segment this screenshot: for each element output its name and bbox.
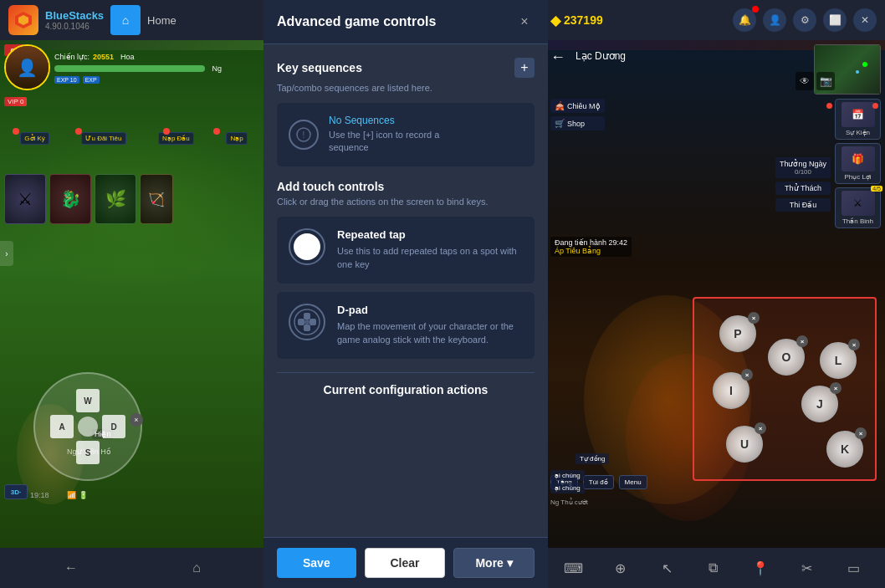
dpad-card[interactable]: D-pad Map the movement of your character… (277, 292, 535, 359)
key-k-close[interactable]: × (855, 427, 867, 439)
scissors-icon-btn[interactable]: ✂ (793, 555, 820, 581)
bluestacks-title-area: BlueStacks 4.90.0.1046 (45, 9, 104, 31)
home-icon-btn[interactable]: ⌂ (183, 555, 210, 581)
add-touch-controls-desc: Click or drag the actions on the screen … (277, 197, 535, 207)
home-label: Home (147, 14, 176, 27)
key-sequences-title: Key sequences (277, 61, 362, 74)
coins-display: ◆ 237199 (550, 13, 603, 28)
character-row: ⚔ 🐉 🌿 🏹 (4, 174, 173, 224)
coins-value: 237199 (564, 13, 603, 27)
dpad-left[interactable]: A (50, 415, 74, 438)
key-overlay-container: P × O × L × I × J × U × K × (693, 297, 877, 481)
save-button[interactable]: Save (277, 548, 356, 578)
more-button[interactable]: More ▾ (453, 548, 535, 578)
dpad-control[interactable]: W S A D (33, 372, 142, 481)
dpad-right[interactable]: D (102, 415, 125, 438)
shop-btn[interactable]: 🛒 Shop (550, 116, 605, 130)
tui-do-btn[interactable]: Tùi đồ (583, 475, 614, 489)
goi-ky-btn[interactable]: Gởi Ký (20, 132, 49, 145)
dpad-close-btn[interactable]: × (130, 413, 143, 427)
more-label: More (475, 556, 503, 570)
topbar-icon-group: 🔔 👤 ⚙ ⬜ ✕ (733, 8, 877, 32)
thu-thach-btn[interactable]: Thử Thách (775, 182, 831, 195)
dpad-down[interactable]: S (76, 441, 100, 464)
key-p[interactable]: P × (719, 315, 756, 352)
key-u-close[interactable]: × (755, 422, 766, 434)
keyboard-icon-btn[interactable]: ⌨ (560, 555, 587, 581)
key-p-close[interactable]: × (748, 312, 760, 324)
dai-chung-label-2: ại chúng (555, 484, 581, 492)
dpad-title: D-pad (337, 304, 523, 316)
no-sequences-hint: Use the [+] icon to record asequence (329, 129, 439, 155)
key-o-close[interactable]: × (796, 335, 808, 347)
clear-button[interactable]: Clear (365, 548, 446, 578)
nap-btn[interactable]: Nạp (226, 132, 247, 145)
chieu-mo-btn[interactable]: 🎪 Chiêu Mộ (550, 99, 605, 113)
copy-icon-btn[interactable]: ⧉ (700, 555, 727, 581)
dpad-card-icon (289, 304, 325, 340)
dpad-up[interactable]: W (76, 389, 100, 412)
crosshair-icon-btn[interactable]: ⊕ (607, 555, 634, 581)
game-action-buttons: Gởi Ký Ưu Đãi Tiêu Nạp Đầu Nạp (4, 132, 263, 145)
dialog-footer: Save Clear More ▾ (263, 537, 548, 588)
back-arrow-btn[interactable]: ← (550, 49, 565, 66)
repeated-tap-card[interactable]: Repeated tap Use this to add repeated ta… (277, 217, 535, 284)
dpad-icon-svg (293, 308, 321, 336)
hoa-label: Hoa (120, 53, 135, 61)
side-arrow[interactable]: › (0, 241, 13, 266)
shop-label: Shop (567, 120, 585, 128)
key-l-close[interactable]: × (848, 339, 860, 350)
close-btn[interactable]: ✕ (853, 8, 877, 32)
key-l[interactable]: L × (820, 342, 857, 379)
nap-dau-btn[interactable]: Nạp Đầu (158, 132, 194, 145)
key-j[interactable]: J × (801, 386, 838, 422)
repeated-tap-desc: Use this to add repeated taps on a spot … (337, 244, 523, 272)
notification-btn[interactable]: 🔔 (733, 8, 756, 32)
dialog-close-btn[interactable]: × (514, 12, 535, 32)
menu-btn[interactable]: Menu (619, 475, 647, 489)
game-notif-1 (826, 103, 832, 109)
game-ui-left: 61 👤 Chiến lực: 20551 Hoa Ng EXP 10 EXP … (0, 40, 268, 548)
home-button[interactable]: ⌂ (110, 5, 141, 35)
location-icon-btn[interactable]: 📍 (747, 555, 774, 581)
key-k[interactable]: K × (826, 431, 863, 468)
thi-dau-btn[interactable]: Thi Đấu (775, 198, 831, 212)
eye-toggle-btn[interactable]: 👁 (795, 72, 814, 90)
camera-btn[interactable]: 📷 (816, 72, 835, 90)
game-notif-2 (872, 103, 878, 109)
key-sequences-add-btn[interactable]: + (514, 58, 535, 78)
dpad-card-text-area: D-pad Map the movement of your character… (337, 304, 523, 347)
bluestacks-topbar: BlueStacks 4.90.0.1046 ⌂ Home (0, 0, 268, 40)
than-binh-btn[interactable]: ⚔ Thần Binh 4/5 (835, 187, 881, 228)
maximize-btn[interactable]: ⬜ (823, 8, 847, 32)
key-o[interactable]: O × (768, 339, 805, 376)
than-binh-count: 4/5 (871, 186, 882, 192)
back-icon-btn[interactable]: ← (58, 555, 84, 581)
dai-chung-1: ại chúng (550, 470, 585, 481)
advanced-game-controls-dialog: Advanced game controls × Key sequences +… (263, 0, 548, 588)
key-j-close[interactable]: × (830, 382, 842, 394)
su-kien-icon: 📅 (842, 102, 875, 127)
tu-dong-area: Tự đồng (576, 453, 609, 464)
no-seq-text-area: No Sequences Use the [+] icon to record … (329, 115, 439, 155)
key-i[interactable]: I × (713, 372, 749, 409)
settings-btn[interactable]: ⚙ (793, 8, 816, 32)
profile-btn[interactable]: 👤 (763, 8, 786, 32)
dialog-content: Key sequences + Tap/combo sequences are … (263, 44, 548, 537)
current-config-title: Current configuration actions (277, 383, 535, 396)
thuong-ngay-btn[interactable]: Thưởng Ngày 0/100 (775, 157, 831, 178)
thuong-ngay-label: Thưởng Ngày (780, 160, 826, 168)
sub-text: Áp Tiêu Bảng (555, 247, 627, 255)
tablet-icon-btn[interactable]: ▭ (840, 555, 867, 581)
cursor-icon-btn[interactable]: ↖ (653, 555, 680, 581)
no-sequences-area: ! No Sequences Use the [+] icon to recor… (277, 103, 535, 166)
key-i-close[interactable]: × (741, 369, 753, 381)
more-chevron-icon: ▾ (507, 556, 513, 570)
dai-chung-2: ại chúng (550, 483, 585, 493)
than-binh-icon: ⚔ (842, 191, 875, 216)
key-u[interactable]: U × (726, 426, 763, 463)
right-menu-items: Thưởng Ngày 0/100 Thử Thách Thi Đấu (775, 157, 831, 212)
phuc-loi-btn[interactable]: 🎁 Phục Lợi (835, 143, 881, 184)
uu-dai-tieu-btn[interactable]: Ưu Đãi Tiêu (81, 132, 125, 145)
dpad-center (78, 417, 98, 437)
